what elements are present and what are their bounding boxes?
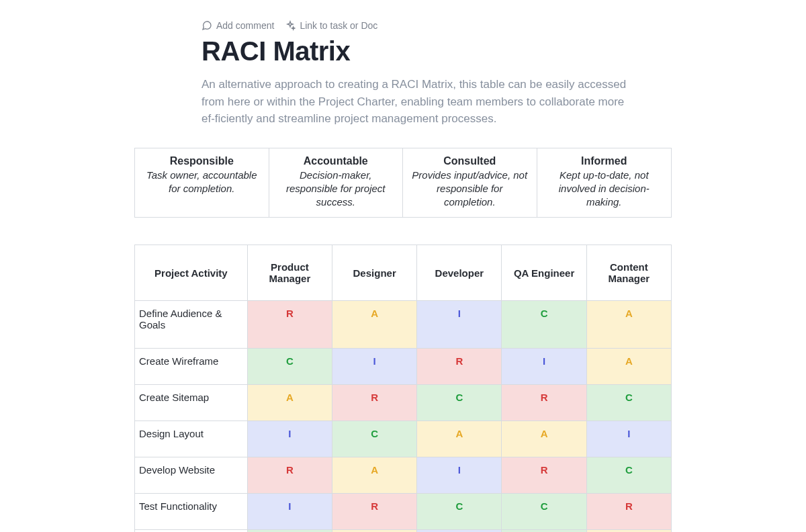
- raci-cell: A: [332, 457, 417, 494]
- legend-title: Consulted: [411, 155, 529, 167]
- table-row: Create WireframeCIRIA: [135, 349, 672, 385]
- column-header: Project Activity: [135, 245, 248, 301]
- raci-cell: A: [332, 301, 417, 349]
- activity-cell: Define Audience & Goals: [135, 301, 248, 349]
- intro-text: An alternative approach to creating a RA…: [202, 76, 631, 128]
- raci-cell: R: [332, 494, 417, 530]
- column-header: Content Manager: [586, 245, 671, 301]
- column-header: Developer: [417, 245, 502, 301]
- raci-cell: C: [586, 385, 671, 421]
- raci-header-row: Project ActivityProduct ManagerDesignerD…: [135, 245, 672, 301]
- link-doc-label: Link to task or Doc: [300, 20, 377, 31]
- activity-cell: Design Layout: [135, 421, 248, 457]
- raci-cell: R: [502, 457, 586, 494]
- raci-cell: A: [247, 385, 332, 421]
- legend-title: Informed: [545, 155, 664, 167]
- raci-cell: C: [417, 494, 502, 530]
- column-header: QA Engineer: [502, 245, 586, 301]
- legend-cell: ConsultedProvides input/advice, not resp…: [403, 148, 537, 218]
- raci-cell: R: [586, 494, 671, 530]
- table-row: Create SitemapARCRC: [135, 385, 672, 421]
- raci-cell: C: [502, 494, 586, 530]
- raci-table: Project ActivityProduct ManagerDesignerD…: [134, 245, 672, 532]
- raci-cell: C: [417, 385, 502, 421]
- legend-title: Responsible: [143, 155, 261, 167]
- raci-cell: R: [247, 301, 332, 349]
- legend-desc: Task owner, accountable for completion.: [143, 169, 261, 196]
- activity-cell: Test Functionality: [135, 494, 248, 530]
- raci-cell: C: [502, 301, 586, 349]
- sparkle-icon: [285, 20, 296, 31]
- activity-cell: Create Sitemap: [135, 385, 248, 421]
- table-row: Design LayoutICAAI: [135, 421, 672, 457]
- raci-cell: I: [586, 421, 671, 457]
- raci-cell: C: [586, 457, 671, 494]
- activity-cell: Create Wireframe: [135, 349, 248, 385]
- raci-cell: A: [417, 421, 502, 457]
- legend-cell: InformedKept up-to-date, not involved in…: [537, 148, 672, 218]
- raci-cell: I: [502, 349, 586, 385]
- raci-cell: A: [586, 349, 671, 385]
- column-header: Product Manager: [247, 245, 332, 301]
- raci-table-wrap: Project ActivityProduct ManagerDesignerD…: [134, 245, 672, 532]
- legend-desc: Provides input/advice, not responsible f…: [411, 169, 529, 210]
- header-block: Add comment Link to task or Doc RACI Mat…: [202, 20, 631, 128]
- comment-icon: [202, 20, 212, 31]
- raci-cell: R: [332, 385, 417, 421]
- raci-cell: I: [247, 421, 332, 457]
- table-row: Develop WebsiteRAIRC: [135, 457, 672, 494]
- legend-desc: Decision-maker, responsible for project …: [277, 169, 395, 210]
- table-row: Test FunctionalityIRCCR: [135, 494, 672, 530]
- legend-table: ResponsibleTask owner, accountable for c…: [134, 148, 672, 218]
- legend-desc: Kept up-to-date, not involved in decisio…: [545, 169, 664, 210]
- raci-cell: C: [332, 421, 417, 457]
- legend-cell: ResponsibleTask owner, accountable for c…: [135, 148, 269, 218]
- raci-cell: A: [586, 301, 671, 349]
- raci-cell: R: [247, 457, 332, 494]
- raci-cell: I: [417, 301, 502, 349]
- legend-cell: AccountableDecision-maker, responsible f…: [269, 148, 404, 218]
- activity-cell: Develop Website: [135, 457, 248, 494]
- raci-cell: R: [417, 349, 502, 385]
- table-row: Define Audience & GoalsRAICA: [135, 301, 672, 349]
- link-doc-button[interactable]: Link to task or Doc: [285, 20, 377, 31]
- raci-cell: A: [502, 421, 586, 457]
- raci-cell: C: [247, 349, 332, 385]
- column-header: Designer: [332, 245, 417, 301]
- page: Add comment Link to task or Doc RACI Mat…: [0, 0, 806, 532]
- legend-title: Accountable: [277, 155, 395, 167]
- page-title: RACI Matrix: [202, 36, 631, 66]
- doc-actions: Add comment Link to task or Doc: [202, 20, 631, 31]
- raci-cell: I: [247, 494, 332, 530]
- raci-cell: I: [417, 457, 502, 494]
- raci-cell: I: [332, 349, 417, 385]
- add-comment-button[interactable]: Add comment: [202, 20, 274, 31]
- add-comment-label: Add comment: [216, 20, 274, 31]
- raci-cell: R: [502, 385, 586, 421]
- raci-body: Define Audience & GoalsRAICACreate Wiref…: [135, 301, 672, 532]
